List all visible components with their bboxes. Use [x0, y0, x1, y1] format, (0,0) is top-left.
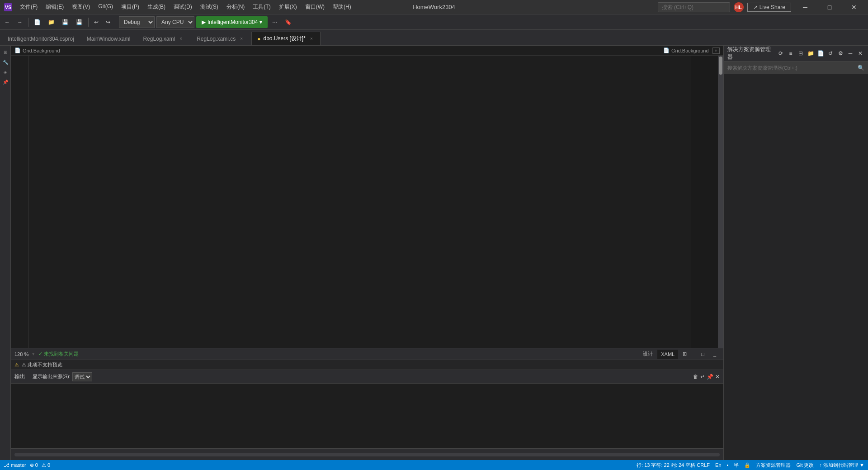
more-toolbar-button[interactable]: ⋯	[269, 16, 280, 28]
status-git-branch[interactable]: ⎇ master	[4, 462, 26, 468]
minimize-button[interactable]: ─	[795, 0, 816, 14]
output-source-selector: 显示输出来源(S): 调试 生成 输出	[33, 372, 92, 381]
output-content	[11, 384, 723, 448]
se-props-button[interactable]: ⚙	[836, 49, 844, 57]
solution-explorer-search-input[interactable]	[727, 65, 856, 71]
solution-explorer-tab[interactable]: 方案资源管理器	[756, 462, 791, 469]
live-share-icon: ↗	[753, 4, 758, 10]
tab-reglog-xaml[interactable]: RegLog.xaml ×	[137, 32, 190, 45]
tab-dbo-close[interactable]: ×	[308, 36, 315, 42]
debug-config-select[interactable]: Debug Release	[119, 16, 155, 28]
status-warnings[interactable]: ⚠ 0	[42, 462, 50, 468]
menu-item-d[interactable]: 调试(D)	[170, 2, 196, 12]
maximize-button[interactable]: □	[819, 0, 840, 14]
status-icon2: 🔒	[744, 462, 750, 468]
global-search-input[interactable]	[658, 2, 730, 12]
tab-dbo-users[interactable]: ● dbo.Users [设计]* ×	[251, 32, 321, 45]
menu-item-p[interactable]: 项目(P)	[118, 2, 143, 12]
output-horizontal-scrollbar[interactable]	[14, 453, 720, 456]
xaml-view-button[interactable]: XAML	[657, 350, 678, 359]
breadcrumb-right-label: Grid.Background	[671, 48, 709, 53]
menu-item-w[interactable]: 窗口(W)	[302, 2, 328, 12]
status-half-width[interactable]: 半	[734, 462, 739, 469]
tab-csproj[interactable]: IntelligentMonitor304.csproj	[2, 32, 80, 45]
se-sync-button[interactable]: ⟳	[777, 49, 785, 57]
sidebar-toolbox[interactable]: 🔧	[1, 57, 10, 66]
tab-dbo-modified: ●	[257, 36, 260, 42]
toolbar: ← → 📄 📁 💾 💾 ↩ ↪ Debug Release Any CPU ▶ …	[0, 14, 868, 30]
se-collapse-button[interactable]: ⊟	[797, 49, 805, 57]
window-title: HomeWork2304	[413, 4, 455, 10]
save-all-button[interactable]: 💾	[73, 16, 85, 28]
sidebar-pin[interactable]: 📌	[1, 77, 10, 86]
vs-logo: VS	[4, 3, 13, 12]
menu-item-n[interactable]: 分析(N)	[223, 2, 249, 12]
output-source-select[interactable]: 调试 生成 输出	[72, 372, 92, 381]
editor-bottom-bar: 128 % ▾ ✓ 未找到相关问题 设计 XAML ⊞ □ _	[11, 348, 723, 360]
status-line-info: 行: 13 字符: 22 列: 24 空格 CRLF	[637, 462, 710, 469]
status-errors[interactable]: ⊗ 0	[30, 462, 38, 468]
se-show-files-button[interactable]: 📄	[816, 49, 825, 57]
solution-explorer-icons: ⟳ ≡ ⊟ 📁 📄 ↺ ⚙ ─ ✕	[777, 49, 864, 57]
design-view-button[interactable]: 设计	[639, 350, 656, 359]
add-line-button[interactable]: +	[712, 47, 720, 54]
output-clear-button[interactable]: 🗑	[693, 374, 698, 380]
run-button[interactable]: ▶ IntelligentMonitor304 ▾	[196, 16, 268, 28]
menu-item-h[interactable]: 帮助(H)	[329, 2, 355, 12]
menu-item-gitg[interactable]: Git(G)	[94, 2, 117, 12]
code-editor[interactable]	[11, 56, 723, 348]
menu-item-s[interactable]: 测试(S)	[197, 2, 222, 12]
se-close-button[interactable]: ✕	[856, 49, 864, 57]
zoom-level[interactable]: 128 %	[14, 351, 28, 357]
menu-item-t[interactable]: 工具(T)	[249, 2, 274, 12]
sidebar-server-explorer[interactable]: ⊞	[1, 47, 10, 57]
save-button[interactable]: 💾	[59, 16, 71, 28]
menu-item-b[interactable]: 生成(B)	[144, 2, 169, 12]
tab-mainwindow-xaml[interactable]: MainWindow.xaml	[81, 32, 137, 45]
add-to-source-button[interactable]: ↑ 添加到代码管理 ▼	[820, 462, 865, 469]
se-search-icon: 🔍	[858, 65, 864, 71]
se-refresh-button[interactable]: ↺	[826, 49, 835, 57]
status-lang-en[interactable]: En	[715, 462, 721, 468]
no-preview-text: ⚠ 此项不支持预览	[22, 361, 62, 368]
new-project-button[interactable]: 📄	[31, 16, 43, 28]
output-wrap-button[interactable]: ↵	[700, 374, 705, 380]
live-share-button[interactable]: ↗ Live Share	[747, 3, 791, 12]
run-icon: ▶	[202, 19, 206, 25]
left-sidebar: ⊞ 🔧 ◈ 📌	[0, 46, 11, 460]
status-bar: ⎇ master ⊗ 0 ⚠ 0 行: 13 字符: 22 列: 24 空格 C…	[0, 460, 868, 470]
platform-select[interactable]: Any CPU	[156, 16, 194, 28]
se-filter-button[interactable]: ≡	[787, 49, 795, 57]
status-right: 行: 13 字符: 22 列: 24 空格 CRLF En • 半 🔒 方案资源…	[637, 462, 864, 469]
tab-reglog-close[interactable]: ×	[178, 36, 184, 42]
forward-button[interactable]: →	[14, 16, 25, 28]
title-bar: VS 文件(F)编辑(E)视图(V)Git(G)项目(P)生成(B)调试(D)测…	[0, 0, 868, 14]
se-pin-button[interactable]: ─	[846, 49, 854, 57]
no-preview-bar: ⚠ ⚠ 此项不支持预览	[11, 360, 723, 370]
sidebar-data[interactable]: ◈	[1, 67, 10, 76]
view-toggle-group: 设计 XAML ⊞	[639, 350, 690, 359]
open-button[interactable]: 📁	[45, 16, 57, 28]
output-pin-button[interactable]: 📌	[707, 374, 713, 380]
bookmark-button[interactable]: 🔖	[282, 16, 294, 28]
menu-item-e[interactable]: 编辑(E)	[42, 2, 67, 12]
redo-button[interactable]: ↪	[103, 16, 113, 28]
collapse-editor-button[interactable]: _	[710, 350, 720, 359]
expand-editor-button[interactable]: □	[698, 350, 708, 359]
minimap	[691, 56, 718, 348]
code-content[interactable]	[29, 56, 691, 348]
tab-reglog-cs-close[interactable]: ×	[238, 36, 245, 42]
undo-button[interactable]: ↩	[91, 16, 101, 28]
status-left: ⎇ master ⊗ 0 ⚠ 0	[4, 462, 50, 468]
editor-scrollbar[interactable]	[718, 56, 723, 348]
close-button[interactable]: ✕	[844, 0, 864, 14]
back-button[interactable]: ←	[2, 16, 13, 28]
menu-item-f[interactable]: 文件(F)	[16, 2, 41, 12]
split-view-button[interactable]: ⊞	[679, 350, 690, 359]
menu-item-x[interactable]: 扩展(X)	[275, 2, 301, 12]
git-changes-tab[interactable]: Git 更改	[796, 462, 814, 469]
se-new-folder-button[interactable]: 📁	[807, 49, 815, 57]
menu-item-v[interactable]: 视图(V)	[68, 2, 94, 12]
tab-reglog-cs[interactable]: RegLog.xaml.cs ×	[191, 32, 250, 45]
output-close-button[interactable]: ✕	[715, 374, 720, 380]
